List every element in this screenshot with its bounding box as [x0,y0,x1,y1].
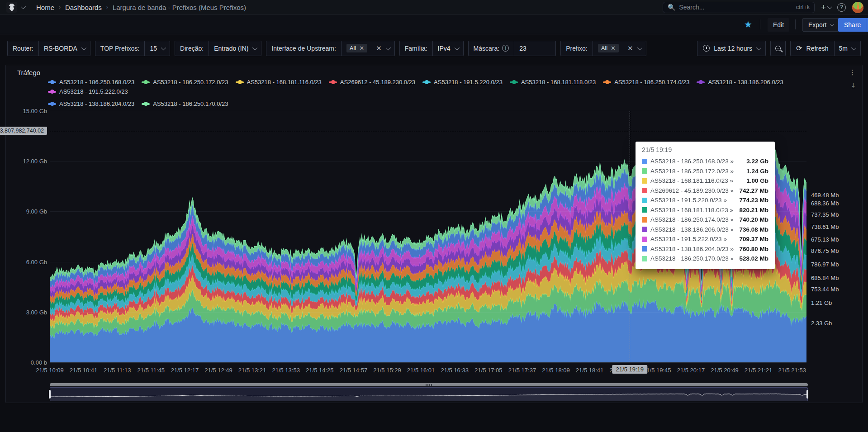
x-axis-tick-label: 21/5 20:49 [711,367,738,374]
legend-series-marker [329,81,337,83]
legend-item[interactable]: AS53218 - 191.5.222.0/23 [48,88,128,95]
filter-router-label: Router: [8,45,38,52]
tooltip-series-swatch [642,188,647,193]
x-axis-tick-label: 21/5 17:05 [474,367,502,374]
favorite-star-icon[interactable]: ★ [744,19,752,30]
x-axis-tick-label: 21/5 16:33 [441,367,468,374]
zoom-out-icon [775,46,781,51]
tooltip-series-name: AS53218 - 191.5.222.0/23 » [650,236,727,242]
filter-router-select[interactable]: RS-BORDA [38,41,90,56]
legend-item[interactable]: AS53218 - 186.250.174.0/23 [603,79,689,85]
refresh-icon: ⟳ [796,45,802,52]
grafana-dashboard: Home › Dashboards › Largura de banda - P… [0,0,868,432]
dashboard-action-bar: ★ Edit Export Share [0,15,868,34]
legend-item[interactable]: AS53218 - 138.186.206.0/23 [697,79,783,85]
panel-menu-kebab-icon[interactable]: ⋮ [849,69,856,76]
chevron-down-icon [252,45,257,50]
topnav-right: 🔍 Search... ctrl+k + ? [663,2,863,13]
org-logo[interactable] [6,2,17,13]
x-axis-tick-label: 21/5 12:49 [204,367,232,374]
export-button[interactable]: Export [802,18,839,32]
info-icon[interactable]: i [502,45,509,52]
filter-familia-select[interactable]: IPv4 [432,41,463,56]
edit-button[interactable]: Edit [768,18,789,32]
chip-remove-icon[interactable]: ✕ [359,45,364,52]
tooltip-series-value: 742.27 Mb [739,187,768,194]
tooltip-series-value: 760.80 Mb [739,246,768,252]
legend-series-label: AS53218 - 168.181.116.0/23 [247,79,322,85]
chart-legend: AS53218 - 186.250.168.0/23AS53218 - 186.… [48,79,817,107]
series-edge-value: 469.48 Mb [811,192,839,199]
legend-item[interactable]: AS53218 - 168.181.116.0/23 [236,79,322,85]
legend-series-marker [510,81,518,83]
series-edge-value: 753.44 Mb [811,286,839,293]
help-button[interactable]: ? [837,3,846,12]
y-axis-tick-label: 15.00 Gb [23,108,47,114]
breadcrumb-dashboards[interactable]: Dashboards [65,4,102,11]
chevron-down-icon [637,45,642,50]
breadcrumb-home[interactable]: Home [36,4,54,11]
tooltip-row: AS53218 - 168.181.118.0/23 »820.21 Mb [642,205,768,215]
filter-prefixo: Prefixo: All✕ ✕ [560,41,646,56]
tooltip-series-name: AS53218 - 186.250.170.0/23 » [650,255,734,262]
time-controls: Last 12 hours ⟳ Refresh 5m [697,41,861,56]
chevron-down-icon [756,45,761,50]
add-new-button[interactable]: + [821,2,831,12]
y-axis-tick-label: 9.00 Gb [26,208,47,215]
x-axis-tick-label: 21/5 13:21 [238,367,266,374]
tooltip-row: AS269612 - 45.189.230.0/23 »742.27 Mb [642,186,768,196]
legend-item[interactable]: AS53218 - 191.5.220.0/23 [422,79,503,85]
legend-item[interactable]: AS53218 - 168.181.118.0/23 [510,79,596,85]
clear-icon[interactable]: ✕ [376,44,382,52]
clear-icon[interactable]: ✕ [627,44,633,52]
filter-mascara-label: Máscara:i [469,45,514,52]
filter-mascara-input[interactable]: 23 [514,41,555,56]
minimap-left-handle[interactable] [49,390,51,399]
refresh-button[interactable]: Refresh [806,45,829,52]
scrollbar-grip[interactable] [426,384,432,386]
legend-item[interactable]: AS53218 - 138.186.204.0/23 [48,100,134,107]
filter-interface-upstream-select[interactable]: All✕ ✕ [341,41,394,56]
filter-router: Router: RS-BORDA [7,41,90,56]
tooltip-series-swatch [642,198,647,203]
legend-series-label: AS53218 - 191.5.222.0/23 [59,88,128,95]
legend-item[interactable]: AS53218 - 186.250.172.0/23 [142,79,228,85]
legend-item[interactable]: AS53218 - 186.250.168.0/23 [48,79,134,85]
time-range-picker[interactable]: Last 12 hours [697,41,766,56]
download-icon[interactable]: ⤓ [852,81,855,90]
series-edge-value: 688.36 Mb [811,200,839,207]
zoom-out-button[interactable] [770,41,786,56]
legend-item[interactable]: AS53218 - 186.250.170.0/23 [142,100,228,107]
filter-direcao-select[interactable]: Entrado (IN) [209,41,261,56]
filter-chip-all[interactable]: All✕ [346,44,367,52]
logo-chevron-down-icon[interactable] [21,4,26,9]
filter-chip-all[interactable]: All✕ [598,44,619,52]
tooltip-series-name: AS53218 - 138.186.204.0/23 » [650,246,734,252]
filter-top-prefixos-select[interactable]: 15 [144,41,170,56]
x-axis-tick-label: 21/5 18:09 [542,367,569,374]
clock-icon [703,45,710,52]
traffic-panel: Tráfego ⋮ ⤓ AS53218 - 186.250.168.0/23AS… [5,65,863,403]
breadcrumb-current-dashboard: Largura de banda - Prefixos (Meus Prefix… [113,4,246,11]
threshold-line [50,131,806,131]
filter-top-prefixos-label: TOP Prefixos: [95,45,145,52]
legend-item[interactable]: AS269612 - 45.189.230.0/23 [329,79,415,85]
minimap-right-handle[interactable] [806,390,808,399]
chip-remove-icon[interactable]: ✕ [611,45,616,52]
overview-minimap[interactable] [50,387,808,401]
tooltip-series-value: 709.37 Mb [739,236,768,242]
refresh-interval-select[interactable]: 5m [834,41,855,56]
share-button[interactable]: Share [838,18,867,32]
search-input[interactable]: 🔍 Search... ctrl+k [663,2,815,13]
avatar[interactable] [852,2,863,13]
filter-prefixo-select[interactable]: All✕ ✕ [593,41,646,56]
tooltip-row: AS53218 - 186.250.172.0/23 »1.24 Gb [642,166,768,176]
horizontal-scrollbar[interactable] [50,383,808,386]
tooltip-series-value: 1.00 Gb [746,177,768,184]
panel-title[interactable]: Tráfego [17,69,40,76]
filter-interface-upstream: Interface de Upstream: All✕ ✕ [266,41,394,56]
top-navigation: Home › Dashboards › Largura de banda - P… [0,0,868,15]
legend-series-marker [142,81,150,83]
filter-prefixo-label: Prefixo: [561,45,592,52]
tooltip-series-name: AS53218 - 191.5.220.0/23 » [650,197,727,204]
